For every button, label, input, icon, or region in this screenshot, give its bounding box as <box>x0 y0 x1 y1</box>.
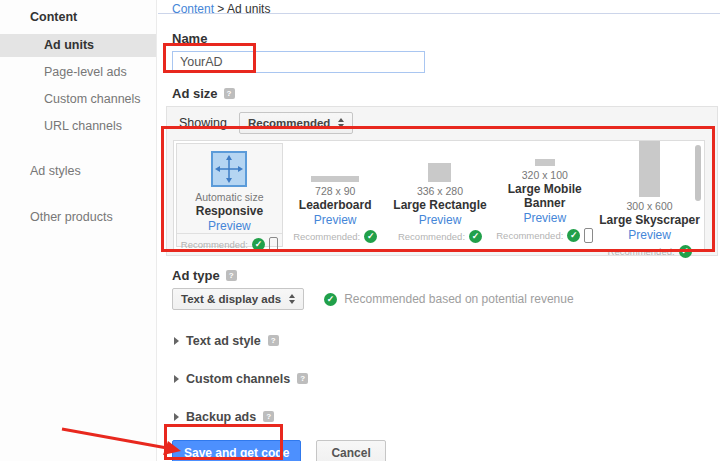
preview-link[interactable]: Preview <box>177 219 282 233</box>
section-text-ad-style[interactable]: Text ad style ? <box>174 333 720 348</box>
sidebar-item-ad-units[interactable]: Ad units <box>0 34 156 57</box>
preview-link[interactable]: Preview <box>388 213 493 227</box>
ad-size-card[interactable]: 728 x 90 Leaderboard Preview Recommended… <box>283 143 388 247</box>
form-actions: Save and get code Cancel <box>172 440 720 461</box>
ad-size-text: Automatic size <box>177 191 282 203</box>
recommended-check-icon: ✓ <box>364 230 377 243</box>
recommended-check-icon: ✓ <box>252 238 265 251</box>
ad-shape <box>177 150 282 188</box>
card-footer: Recommended: ✓ <box>597 242 702 262</box>
showing-label: Showing <box>179 116 227 130</box>
size-filter-dropdown[interactable]: Recommended <box>239 112 353 134</box>
preview-link[interactable]: Preview <box>283 213 388 227</box>
sidebar-item-custom-channels[interactable]: Custom channels <box>0 88 156 111</box>
ad-size-card[interactable]: 320 x 100 Large Mobile Banner Preview Re… <box>492 143 597 247</box>
breadcrumb: Content > Ad units <box>158 0 720 13</box>
ad-size-panel: Showing Recommended Automatic size Respo… <box>166 106 718 256</box>
card-footer: Recommended: ✓ <box>283 227 388 247</box>
ad-size-name: Responsive <box>177 204 282 218</box>
ad-size-placeholder-shape <box>428 163 451 182</box>
recommended-label: Recommended: <box>293 231 360 242</box>
ad-shape <box>597 149 702 197</box>
check-icon: ✓ <box>324 293 337 306</box>
card-footer: Recommended: ✓ <box>177 233 282 256</box>
ad-size-name: Large Rectangle <box>388 198 493 212</box>
ad-size-card[interactable]: 300 x 600 Large Skyscraper Preview Recom… <box>597 143 702 247</box>
ad-shape <box>492 149 597 166</box>
ad-size-name: Large Mobile Banner <box>492 182 597 210</box>
ad-type-row: Text & display ads ✓ Recommended based o… <box>172 288 720 310</box>
ad-size-text: 320 x 100 <box>492 169 597 181</box>
sidebar-section-content: Content <box>0 6 156 34</box>
ad-size-text: 728 x 90 <box>283 185 388 197</box>
expand-triangle-icon <box>174 413 179 421</box>
section-custom-channels[interactable]: Custom channels ? <box>174 371 720 386</box>
ad-size-label: Ad size ? <box>172 86 720 101</box>
dropdown-updown-icon <box>338 118 344 128</box>
recommended-check-icon: ✓ <box>567 229 580 242</box>
main-content: Content > Ad units Name Ad size ? Showin… <box>158 0 720 461</box>
ad-type-label: Ad type ? <box>172 268 720 283</box>
recommended-check-icon: ✓ <box>469 230 482 243</box>
ad-type-dropdown[interactable]: Text & display ads <box>172 288 304 310</box>
ad-shape <box>283 149 388 182</box>
mobile-phone-icon <box>584 228 593 243</box>
ad-size-name: Leaderboard <box>283 198 388 212</box>
card-footer: Recommended: ✓ <box>388 227 493 247</box>
sidebar: Content Ad units Page-level ads Custom c… <box>0 0 157 461</box>
dropdown-updown-icon <box>289 294 295 304</box>
breadcrumb-content-link[interactable]: Content <box>172 2 214 16</box>
recommended-label: Recommended: <box>496 230 563 241</box>
ad-size-scrollbar[interactable] <box>695 145 701 201</box>
sidebar-item-url-channels[interactable]: URL channels <box>0 115 156 138</box>
ad-size-list-box: Automatic size Responsive Preview Recomm… <box>173 140 705 250</box>
recommended-label: Recommended: <box>181 239 248 250</box>
showing-row: Showing Recommended <box>167 107 717 138</box>
ad-type-note: ✓ Recommended based on potential revenue <box>324 292 574 306</box>
text-ad-style-help-icon[interactable]: ? <box>268 335 279 346</box>
backup-ads-help-icon[interactable]: ? <box>263 411 274 422</box>
ad-size-card[interactable]: Automatic size Responsive Preview Recomm… <box>176 143 283 247</box>
ad-type-help-icon[interactable]: ? <box>226 270 237 281</box>
ad-size-card[interactable]: 336 x 280 Large Rectangle Preview Recomm… <box>388 143 493 247</box>
recommended-label: Recommended: <box>398 231 465 242</box>
ad-size-help-icon[interactable]: ? <box>224 88 235 99</box>
sidebar-item-other-products[interactable]: Other products <box>0 206 156 229</box>
breadcrumb-separator: > <box>214 2 227 16</box>
responsive-size-icon <box>210 150 248 188</box>
recommended-check-icon: ✓ <box>679 245 692 258</box>
ad-size-text: 336 x 280 <box>388 185 493 197</box>
preview-link[interactable]: Preview <box>492 211 597 225</box>
expand-triangle-icon <box>174 337 179 345</box>
card-footer: Recommended: ✓ <box>492 225 597 247</box>
ad-size-name: Large Skyscraper <box>597 213 702 227</box>
ad-unit-name-input[interactable] <box>172 51 425 73</box>
ad-size-list: Automatic size Responsive Preview Recomm… <box>174 141 704 249</box>
custom-channels-help-icon[interactable]: ? <box>297 373 308 384</box>
expand-triangle-icon <box>174 375 179 383</box>
sidebar-item-page-level-ads[interactable]: Page-level ads <box>0 61 156 84</box>
save-and-get-code-button[interactable]: Save and get code <box>172 440 301 461</box>
ad-size-placeholder-shape <box>311 176 359 182</box>
adsense-new-ad-unit-page: Content Ad units Page-level ads Custom c… <box>0 0 720 461</box>
preview-link[interactable]: Preview <box>597 228 702 242</box>
ad-shape <box>388 149 493 182</box>
cancel-button[interactable]: Cancel <box>316 440 385 461</box>
sidebar-item-ad-styles[interactable]: Ad styles <box>0 160 156 183</box>
recommended-label: Recommended: <box>608 246 675 257</box>
ad-size-text: 300 x 600 <box>597 200 702 212</box>
ad-size-placeholder-shape <box>639 141 660 197</box>
ad-size-placeholder-shape <box>535 159 555 166</box>
name-label: Name <box>172 31 720 46</box>
breadcrumb-current: Ad units <box>227 2 270 16</box>
section-backup-ads[interactable]: Backup ads ? <box>174 409 720 424</box>
mobile-phone-icon <box>269 237 278 252</box>
